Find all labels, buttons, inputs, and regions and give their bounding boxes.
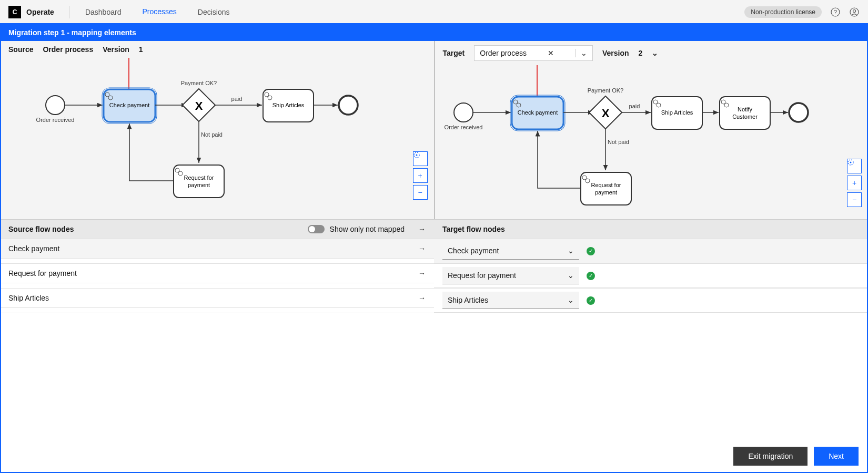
source-flow-label: Check payment	[8, 244, 59, 253]
flow-row-1: Request for payment → Request for paymen…	[0, 264, 868, 289]
source-bpmn-svg: Order received Check payment X Payment O…	[0, 58, 395, 210]
nav-processes[interactable]: Processes	[132, 0, 187, 25]
target-flow-header: Target flow nodes	[434, 220, 868, 239]
toggle-label: Show only not mapped	[330, 225, 405, 233]
svg-text:paid: paid	[231, 96, 243, 102]
chevron-down-icon: ⌄	[568, 246, 574, 255]
target-panel-header: Target Order process ✕ ⌄ Version 2 ⌄	[435, 41, 869, 65]
target-process-value: Order process	[480, 49, 527, 57]
svg-text:Request for: Request for	[591, 182, 621, 188]
flow-nodes-header-row: Source flow nodes Show only not mapped →…	[0, 220, 868, 239]
target-flow-row: Ship Articles ⌄ ✓	[434, 289, 868, 313]
user-icon[interactable]	[849, 7, 860, 17]
flow-row-2: Ship Articles → Ship Articles ⌄ ✓	[0, 289, 868, 313]
target-flow-row: Check payment ⌄ ✓	[434, 239, 868, 263]
arrow-right-icon: →	[418, 269, 426, 277]
svg-text:Order received: Order received	[444, 124, 482, 130]
svg-point-54	[850, 162, 852, 163]
migration-banner: Migration step 1 - mapping elements	[0, 24, 868, 41]
license-badge: Non-production license	[744, 6, 822, 18]
source-panel: Source Order process Version 1 Order rec…	[0, 41, 435, 219]
source-version-label: Version	[103, 45, 129, 54]
target-flow-value: Request for payment	[448, 271, 516, 280]
target-zoom-controls: + −	[847, 159, 862, 207]
source-flow-row[interactable]: Check payment →	[0, 239, 434, 259]
svg-rect-42	[581, 172, 631, 205]
svg-text:Payment OK?: Payment OK?	[181, 80, 217, 86]
arrow-right-icon: →	[418, 294, 426, 302]
arrow-right-icon: →	[418, 244, 426, 253]
zoom-out-button[interactable]: −	[413, 185, 428, 200]
mapped-check-icon: ✓	[587, 247, 595, 255]
flow-row-0: Check payment → Check payment ⌄ ✓	[0, 239, 868, 264]
zoom-out-button[interactable]: −	[847, 192, 862, 207]
source-flow-row[interactable]: Ship Articles →	[0, 289, 434, 308]
arrow-right-icon: →	[418, 225, 426, 233]
zoom-reset-button[interactable]	[847, 159, 862, 173]
svg-rect-18	[174, 165, 224, 198]
target-version-label: Version	[602, 49, 629, 57]
help-icon[interactable]: ?	[830, 7, 841, 17]
target-flow-value: Ship Articles	[448, 296, 488, 304]
top-header: C Operate Dashboard Processes Decisions …	[0, 0, 868, 24]
show-not-mapped-toggle[interactable]	[308, 225, 325, 233]
svg-text:Ship Articles: Ship Articles	[661, 109, 693, 116]
target-diagram[interactable]: Order received Check payment X Payment O…	[435, 65, 869, 218]
zoom-reset-button[interactable]	[413, 151, 428, 166]
svg-point-28	[454, 103, 473, 122]
svg-rect-48	[720, 97, 770, 129]
app-brand: Operate	[26, 8, 54, 16]
source-version: 1	[139, 45, 143, 54]
chevron-down-icon: ⌄	[568, 296, 574, 304]
svg-text:paid: paid	[629, 103, 640, 109]
svg-text:payment: payment	[188, 182, 210, 188]
chevron-down-icon: ⌄	[568, 271, 574, 280]
zoom-in-button[interactable]: +	[413, 168, 428, 183]
zoom-in-button[interactable]: +	[847, 176, 862, 190]
source-flow-header: Source flow nodes Show only not mapped →	[0, 220, 434, 239]
target-flow-select[interactable]: Request for payment ⌄	[442, 267, 579, 284]
svg-text:payment: payment	[594, 189, 617, 196]
clear-selection-icon[interactable]: ✕	[548, 49, 554, 57]
svg-text:Ship Articles: Ship Articles	[272, 102, 305, 108]
svg-text:Notify: Notify	[737, 106, 752, 112]
divider	[69, 6, 69, 18]
target-panel: Target Order process ✕ ⌄ Version 2 ⌄ Ord…	[435, 41, 869, 219]
target-flow-select[interactable]: Check payment ⌄	[442, 242, 579, 260]
svg-point-3	[853, 9, 856, 12]
start-label: Order received	[36, 117, 75, 123]
source-panel-header: Source Order process Version 1	[0, 41, 434, 58]
app-logo: C	[8, 6, 21, 18]
target-flow-value: Check payment	[448, 246, 499, 255]
target-version: 2	[639, 49, 643, 57]
svg-text:Not paid: Not paid	[608, 139, 629, 145]
svg-point-52	[789, 103, 808, 122]
svg-point-24	[339, 96, 358, 115]
version-chevron-down-icon[interactable]: ⌄	[652, 49, 658, 57]
source-flow-label: Ship Articles	[8, 294, 49, 302]
source-flow-title: Source flow nodes	[8, 225, 74, 233]
source-flow-label: Request for payment	[8, 269, 77, 277]
svg-text:Check payment: Check payment	[517, 109, 557, 116]
target-bpmn-svg: Order received Check payment X Payment O…	[435, 65, 829, 218]
target-title: Target	[443, 49, 465, 57]
svg-text:Customer: Customer	[732, 114, 758, 120]
target-flow-row: Request for payment ⌄ ✓	[434, 264, 868, 288]
source-title: Source	[8, 45, 33, 54]
source-flow-row[interactable]: Request for payment →	[0, 264, 434, 283]
svg-point-5	[46, 96, 65, 115]
svg-point-26	[416, 155, 417, 156]
svg-text:Check payment: Check payment	[109, 102, 149, 108]
mapped-check-icon: ✓	[587, 296, 595, 305]
svg-text:Request for: Request for	[184, 174, 214, 181]
svg-text:?: ?	[834, 9, 837, 15]
svg-text:X: X	[195, 99, 203, 112]
target-process-select[interactable]: Order process ✕ ⌄	[474, 45, 593, 61]
nav-decisions[interactable]: Decisions	[187, 1, 240, 24]
chevron-down-icon[interactable]: ⌄	[575, 49, 587, 57]
nav-dashboard[interactable]: Dashboard	[75, 1, 132, 24]
source-zoom-controls: + −	[413, 151, 428, 200]
source-diagram[interactable]: Order received Check payment X Payment O…	[0, 58, 434, 210]
svg-text:X: X	[601, 107, 609, 120]
target-flow-select[interactable]: Ship Articles ⌄	[442, 292, 579, 309]
